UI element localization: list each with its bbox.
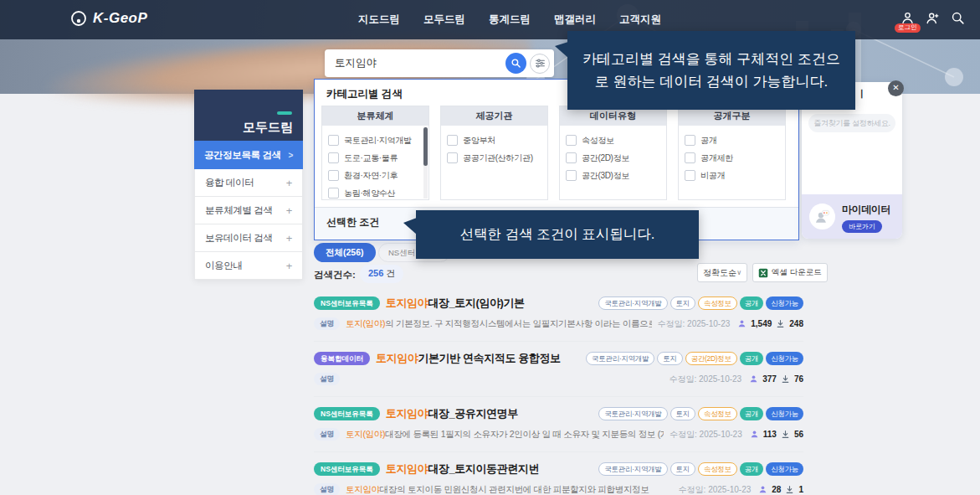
avatar: [809, 204, 835, 229]
result-title[interactable]: 토지임야기본기반 연속지적도 융합정보: [376, 351, 561, 366]
checkbox-option[interactable]: 비공개: [685, 167, 779, 184]
category-filter-button[interactable]: [530, 54, 550, 74]
sort-select[interactable]: 정확도순 ∨: [697, 263, 747, 282]
mydata-section: 마이데이터 바로가기: [802, 194, 902, 239]
checkbox-label: 공개제한: [700, 152, 733, 164]
result-meta: 수정일: 2025-10-23 113 56: [670, 429, 803, 441]
checkbox-label: 속성정보: [582, 135, 614, 147]
category-tag: 토지: [670, 296, 695, 310]
checkbox[interactable]: [566, 135, 577, 146]
checkbox-option[interactable]: 도로·교통·물류: [328, 149, 423, 167]
nav-item-support[interactable]: 고객지원: [619, 13, 661, 27]
checkbox[interactable]: [328, 188, 339, 199]
result-title[interactable]: 토지임야대장_토지(임야)기본: [386, 296, 525, 311]
category-tag: 토지: [670, 407, 695, 420]
source-badge: NS센터보유목록: [314, 296, 380, 310]
checkbox-option[interactable]: 공간(3D)정보: [566, 167, 660, 184]
mydata-shortcut-button[interactable]: 바로가기: [842, 220, 882, 233]
result-item: NS센터보유목록 토지임야대장_공유지연명부 국토관리·지역개발 토지 속성정보…: [314, 397, 803, 452]
checkbox-label: 도로·교통·물류: [344, 152, 398, 164]
search-submit-button[interactable]: [505, 53, 526, 74]
sidebar-item-holdings-search[interactable]: 보유데이터 검색 +: [194, 224, 303, 252]
result-item: 융복합데이터 토지임야기본기반 연속지적도 융합정보 국토관리·지역개발 토지 …: [314, 342, 803, 397]
scrollbar-thumb[interactable]: [423, 127, 428, 166]
category-tag: 국토관리·지역개발: [598, 407, 667, 420]
checkbox[interactable]: [328, 170, 339, 181]
views-person-icon: [749, 374, 758, 384]
checkbox[interactable]: [447, 135, 458, 146]
sidebar-item-fusion-data[interactable]: 융합 데이터 +: [194, 169, 303, 197]
description-badge: 설명: [314, 483, 340, 495]
kgeop-logo[interactable]: K-GeoP: [70, 10, 147, 27]
search-input[interactable]: 토지임야: [335, 56, 377, 70]
views-count: 28: [772, 485, 781, 494]
tag-list: 국토관리·지역개발 토지 속성정보 공개 신청가능: [598, 407, 803, 420]
favorites-hint-button[interactable]: 즐겨찾기를 설정하세요.: [808, 114, 895, 132]
source-badge: NS센터보유목록: [314, 407, 380, 420]
sidebar-item-label: 이용안내: [205, 260, 242, 272]
checkbox-option[interactable]: 공개제한: [685, 149, 779, 167]
disclosure-tag: 공개: [740, 462, 763, 476]
result-title[interactable]: 토지임야대장_토지이동관련지번: [386, 461, 539, 477]
datatype-tag: 속성정보: [698, 462, 737, 476]
checkbox-option[interactable]: 공공기관(산하기관): [447, 149, 541, 167]
checkbox[interactable]: [685, 135, 695, 146]
selected-conditions-label: 선택한 조건: [326, 215, 379, 229]
nav-item-stats[interactable]: 통계드림: [489, 13, 531, 27]
column-header: 제공기관: [441, 106, 547, 126]
category-tag: 토지: [670, 462, 695, 476]
plus-icon: +: [286, 260, 292, 272]
close-icon[interactable]: ✕: [888, 80, 904, 96]
tag-list: 국토관리·지역개발 토지 속성정보 공개 신청가능: [598, 462, 803, 476]
category-tag: 국토관리·지역개발: [598, 296, 667, 310]
checkbox-option[interactable]: 속성정보: [566, 131, 660, 149]
top-search-button[interactable]: [951, 11, 965, 25]
nav-item-map[interactable]: 지도드림: [358, 13, 400, 27]
checkbox-label: 농림·해양수산: [344, 188, 395, 199]
nav-item-gallery[interactable]: 맵갤러리: [554, 13, 596, 27]
checkbox[interactable]: [447, 152, 458, 163]
tab-all[interactable]: 전체(256): [314, 243, 376, 262]
result-meta: 수정일: 2025-10-23 1,549 248: [658, 318, 803, 330]
teal-dash-decoration: [277, 111, 292, 115]
sidebar-item-classification-search[interactable]: 분류체계별 검색 +: [194, 197, 303, 224]
login-badge: 로그인: [895, 23, 921, 33]
checkbox-option[interactable]: 공간(2D)정보: [566, 149, 660, 167]
excel-download-button[interactable]: 엑셀 다운로드: [752, 263, 828, 282]
sidebar-title: 모두드림: [243, 120, 293, 136]
category-panel-title: 카테고리별 검색: [326, 87, 403, 101]
top-icons: 로그인: [900, 11, 965, 25]
sidebar-item-spatial-list-search[interactable]: 공간정보목록 검색 >: [194, 141, 303, 169]
result-description: 토지(임야)의 기본정보. 구 지적행정시스템에서는 일필지기본사항 이라는 이…: [346, 318, 652, 330]
sidebar-item-guide[interactable]: 이용안내 +: [194, 252, 303, 280]
checkbox[interactable]: [566, 170, 577, 181]
plus-icon: +: [286, 232, 292, 245]
modified-date: 수정일: 2025-10-23: [679, 484, 752, 495]
checkbox[interactable]: [685, 152, 695, 163]
checkbox-option[interactable]: 환경·자연·기후: [328, 167, 423, 184]
checkbox-option[interactable]: 농림·해양수산: [328, 184, 423, 200]
checkbox-option[interactable]: 공개: [685, 131, 779, 149]
sidebar-item-label: 융합 데이터: [205, 177, 254, 189]
checkbox-label: 공간(2D)정보: [582, 152, 629, 164]
excel-label: 엑셀 다운로드: [772, 267, 822, 278]
disclosure-tag: 공개: [740, 296, 763, 310]
search-results-list: NS센터보유목록 토지임야대장_토지(임야)기본 국토관리·지역개발 토지 속성…: [314, 286, 803, 495]
checkbox[interactable]: [328, 152, 339, 163]
checkbox-option[interactable]: 중앙부처: [447, 131, 541, 149]
modified-date: 수정일: 2025-10-23: [669, 374, 741, 385]
signup-button[interactable]: [926, 11, 940, 25]
search-bar: 토지임야: [325, 49, 554, 77]
sort-value: 정확도순: [703, 267, 736, 279]
checkbox[interactable]: [566, 152, 577, 163]
download-icon: [781, 374, 790, 384]
checkbox[interactable]: [685, 170, 695, 181]
result-title[interactable]: 토지임야대장_공유지연명부: [386, 406, 518, 421]
mydata-title: 마이데이터: [842, 204, 890, 215]
checkbox-option[interactable]: 국토관리·지역개발: [328, 131, 423, 149]
excel-icon: [758, 268, 768, 278]
checkbox[interactable]: [328, 135, 339, 146]
nav-item-modu[interactable]: 모두드림: [423, 13, 465, 27]
login-button[interactable]: 로그인: [900, 11, 915, 25]
download-count: 1: [798, 485, 803, 494]
